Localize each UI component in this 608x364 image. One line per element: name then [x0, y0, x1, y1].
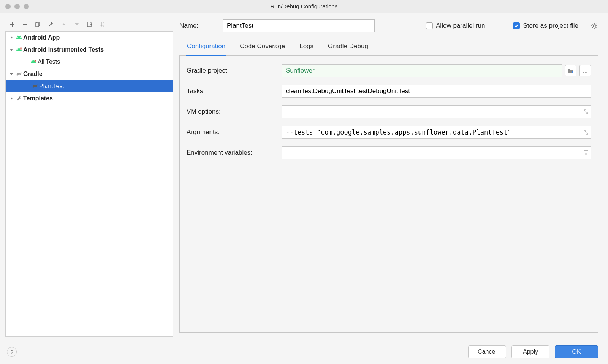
allow-parallel-checkbox[interactable]: Allow parallel run [426, 22, 485, 30]
android-test-icon [15, 47, 23, 52]
gear-icon[interactable] [591, 22, 598, 30]
tab-logs[interactable]: Logs [299, 41, 314, 55]
svg-point-10 [20, 73, 21, 74]
svg-rect-13 [572, 71, 573, 73]
tree-item-gradle[interactable]: Gradle [6, 68, 173, 80]
svg-text:a: a [103, 22, 104, 24]
tree-item-android-app[interactable]: Android App [6, 32, 173, 44]
store-project-checkbox[interactable]: Store as project file [513, 22, 578, 30]
wrench-icon[interactable] [47, 21, 55, 28]
tasks-label: Tasks: [187, 87, 282, 95]
chevron-right-icon [8, 36, 15, 40]
chevron-right-icon [8, 97, 15, 100]
svg-point-6 [17, 49, 18, 50]
svg-text:z: z [103, 24, 104, 27]
ok-button[interactable]: OK [555, 345, 598, 358]
tree-label: Gradle [23, 71, 43, 78]
gradle-project-input[interactable] [282, 64, 562, 77]
android-icon [15, 35, 23, 40]
vm-options-input[interactable] [282, 105, 591, 118]
tree-label: Android Instrumented Tests [23, 46, 104, 53]
tab-configuration[interactable]: Configuration [186, 41, 226, 56]
env-vars-input[interactable] [282, 146, 591, 159]
gradle-icon [15, 71, 23, 77]
gradle-icon [31, 84, 39, 89]
tree-item-planttest[interactable]: PlantTest [6, 80, 173, 92]
arguments-input[interactable] [282, 126, 591, 139]
dialog-footer: ? Cancel Apply OK [0, 340, 608, 364]
config-toolbar: az [5, 17, 173, 31]
title-bar: Run/Debug Configurations [0, 0, 608, 13]
svg-point-12 [593, 25, 595, 27]
tab-gradle-debug[interactable]: Gradle Debug [327, 41, 369, 55]
tree-label: Templates [23, 95, 53, 102]
tree-label: Android App [23, 34, 60, 41]
sort-icon[interactable]: az [99, 21, 106, 28]
store-project-label: Store as project file [523, 22, 578, 30]
name-row: Name: Allow parallel run Store as projec… [179, 17, 598, 35]
move-down-icon[interactable] [73, 21, 81, 28]
checkbox-icon [426, 22, 433, 29]
cancel-button[interactable]: Cancel [468, 345, 506, 358]
expand-icon[interactable] [583, 109, 589, 114]
list-icon[interactable] [583, 150, 589, 155]
left-panel: az Android App Android Instr [0, 13, 178, 340]
name-input[interactable] [223, 19, 375, 32]
android-test-icon [29, 59, 38, 65]
svg-point-8 [32, 62, 33, 62]
help-icon[interactable]: ? [7, 347, 17, 357]
tasks-input[interactable] [282, 85, 591, 98]
checkbox-checked-icon [513, 22, 520, 29]
arguments-label: Arguments: [187, 128, 282, 136]
config-tabs: Configuration Code Coverage Logs Gradle … [179, 35, 598, 56]
expand-icon[interactable] [583, 130, 589, 135]
allow-parallel-label: Allow parallel run [436, 22, 485, 30]
move-up-icon[interactable] [60, 21, 68, 28]
config-tree[interactable]: Android App Android Instrumented Tests A… [5, 31, 173, 337]
tree-label: PlantTest [39, 83, 64, 90]
env-vars-label: Environment variables: [187, 149, 282, 157]
tree-item-all-tests[interactable]: All Tests [6, 56, 173, 68]
name-label: Name: [179, 22, 214, 30]
vm-options-label: VM options: [187, 108, 282, 116]
right-panel: Name: Allow parallel run Store as projec… [178, 13, 608, 340]
copy-icon[interactable] [34, 21, 42, 28]
ellipsis-button[interactable]: ... [580, 65, 591, 76]
remove-icon[interactable] [21, 21, 29, 28]
tree-item-android-instrumented-tests[interactable]: Android Instrumented Tests [6, 44, 173, 56]
apply-button[interactable]: Apply [511, 345, 549, 358]
svg-point-4 [17, 37, 18, 38]
add-icon[interactable] [8, 21, 16, 28]
svg-point-5 [20, 37, 21, 38]
wrench-icon [15, 95, 23, 101]
svg-rect-1 [36, 23, 39, 27]
svg-point-11 [36, 85, 36, 86]
tab-code-coverage[interactable]: Code Coverage [239, 41, 286, 55]
chevron-down-icon [8, 48, 15, 52]
main-content: az Android App Android Instr [0, 13, 608, 340]
tree-item-templates[interactable]: Templates [6, 92, 173, 104]
chevron-down-icon [8, 72, 15, 76]
configuration-form: Gradle project: ... Tasks: VM options: [179, 56, 598, 333]
tree-label: All Tests [38, 59, 60, 65]
gradle-project-label: Gradle project: [187, 67, 282, 74]
window-title: Run/Debug Configurations [0, 3, 608, 9]
save-template-icon[interactable] [86, 21, 93, 28]
folder-picker-icon[interactable] [565, 65, 576, 76]
